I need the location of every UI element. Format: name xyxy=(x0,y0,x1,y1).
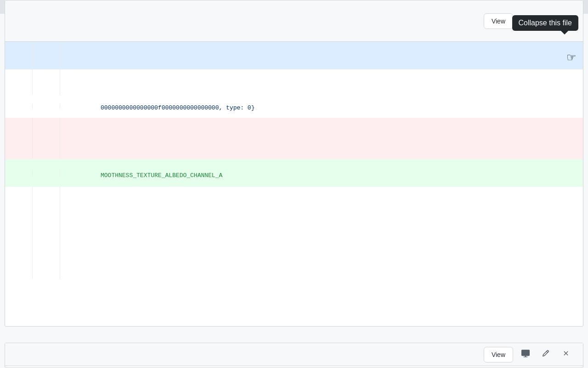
monitor-icon-second xyxy=(521,349,530,360)
diff-line-empty-4 xyxy=(5,256,583,279)
diff-line-empty-1 xyxy=(5,187,583,210)
diff-line-added: MOOTHNESS_TEXTURE_ALBEDO_CHANNEL_A xyxy=(5,159,583,187)
file-diff-block: Collapse this file View xyxy=(5,0,583,327)
line-num-right xyxy=(33,187,60,210)
line-num-right xyxy=(33,104,60,109)
edit-icon-button[interactable] xyxy=(538,13,554,29)
line-code-removed xyxy=(60,118,583,159)
diff-line-context-1 xyxy=(5,42,583,69)
line-code xyxy=(60,256,583,279)
line-num-left xyxy=(5,104,33,109)
line-num-right xyxy=(33,42,60,69)
line-code xyxy=(60,42,583,69)
file-header-second: View xyxy=(5,343,583,366)
collapse-file-button-second[interactable] xyxy=(558,347,574,362)
line-num-left xyxy=(5,210,33,233)
line-num-right xyxy=(33,233,60,256)
line-num-left xyxy=(5,170,33,176)
line-code xyxy=(60,187,583,210)
line-num-right xyxy=(33,210,60,233)
view-label: View xyxy=(492,17,505,25)
file-header: Collapse this file View xyxy=(5,0,583,42)
file-diff-second-block: View xyxy=(5,343,583,368)
line-num-left xyxy=(5,42,33,69)
line-num-left xyxy=(5,187,33,210)
monitor-icon-button-second[interactable] xyxy=(518,347,533,362)
pencil-icon-second xyxy=(542,350,549,359)
diff-line-hex: 0000000000000000f0000000000000000, type:… xyxy=(5,95,583,118)
monitor-icon-button[interactable] xyxy=(518,13,533,29)
line-num-right xyxy=(33,118,60,159)
line-num-left xyxy=(5,69,33,95)
diff-line-empty-2 xyxy=(5,210,583,233)
monitor-icon xyxy=(521,16,530,26)
line-num-right xyxy=(33,256,60,279)
page-wrapper: Collapse this file View xyxy=(0,0,588,368)
diff-line-removed xyxy=(5,118,583,159)
pencil-icon xyxy=(542,16,549,26)
diff-line-empty-3 xyxy=(5,233,583,256)
line-num-left xyxy=(5,118,33,159)
line-num-right xyxy=(33,69,60,95)
line-code xyxy=(60,233,583,256)
line-num-left xyxy=(5,233,33,256)
line-num-left xyxy=(5,256,33,279)
close-icon-second xyxy=(562,350,570,359)
edit-icon-button-second[interactable] xyxy=(538,347,554,362)
close-icon xyxy=(562,16,570,26)
view-button-second[interactable]: View xyxy=(484,347,513,362)
view-label-second: View xyxy=(492,351,505,358)
line-num-right xyxy=(33,170,60,176)
collapse-file-button[interactable] xyxy=(558,13,574,29)
diff-content: 0000000000000000f0000000000000000, type:… xyxy=(5,42,583,279)
view-button[interactable]: View xyxy=(484,13,513,29)
line-code xyxy=(60,210,583,233)
